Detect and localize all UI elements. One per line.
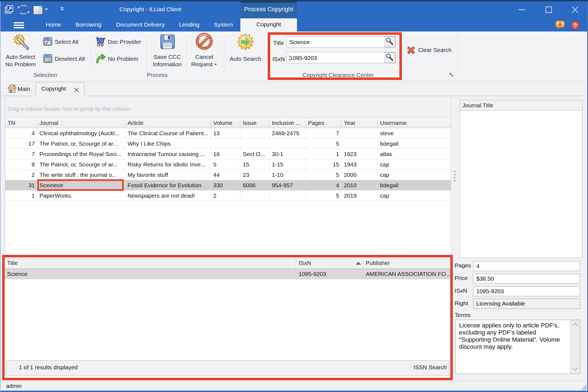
- svg-text:?: ?: [573, 22, 577, 28]
